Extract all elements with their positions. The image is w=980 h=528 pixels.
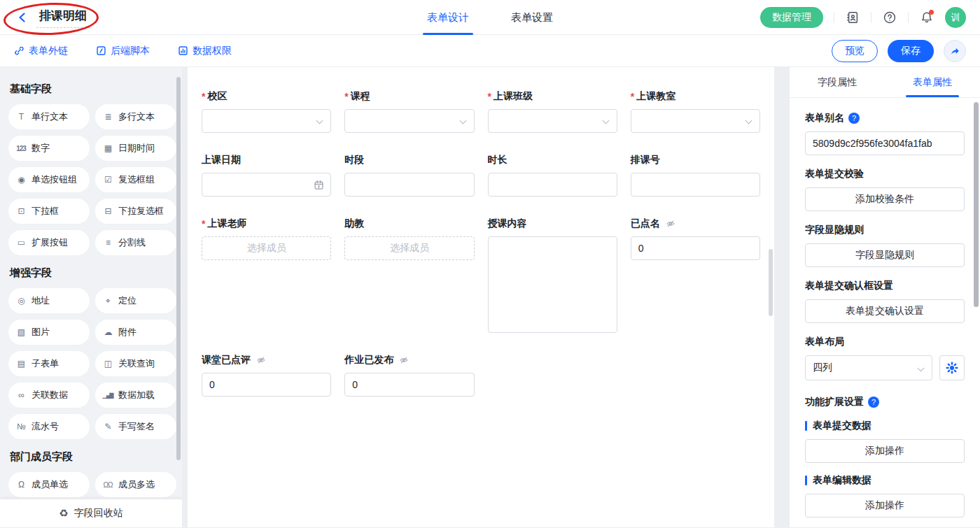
- field-item-relation-data[interactable]: ∞关联数据: [8, 383, 90, 408]
- homework-published-input[interactable]: [344, 373, 474, 397]
- field-item-subform[interactable]: ▤子表单: [8, 351, 90, 376]
- backend-script-action[interactable]: 后端脚本: [96, 45, 150, 57]
- layout-settings-button[interactable]: [939, 355, 965, 380]
- form-field-homework-published[interactable]: 作业已发布: [344, 354, 474, 397]
- field-item-serial-number[interactable]: №流水号: [8, 414, 90, 439]
- field-item-member-single[interactable]: Ω成员单选: [8, 472, 90, 497]
- field-item-radio-group[interactable]: ◉单选按钮组: [8, 167, 90, 192]
- form-field-campus[interactable]: *校区: [202, 90, 331, 133]
- data-manage-button[interactable]: 数据管理: [760, 7, 823, 28]
- form-canvas: *校区 *课程 *上课班级 *上课教室 上课日期: [188, 67, 774, 527]
- course-select[interactable]: [344, 109, 474, 133]
- field-item-attachment[interactable]: ☁附件: [95, 320, 176, 345]
- form-field-duration[interactable]: 时长: [488, 154, 617, 197]
- contacts-book-icon[interactable]: [845, 10, 860, 25]
- canvas-scrollbar[interactable]: [769, 249, 773, 316]
- help-icon[interactable]: [882, 10, 897, 25]
- field-item-signature[interactable]: ✎手写签名: [95, 414, 176, 439]
- chevron-down-icon: [459, 117, 466, 124]
- back-button[interactable]: 排课明细: [17, 7, 90, 28]
- tab-form-properties[interactable]: 表单属性: [885, 67, 980, 97]
- checkbox-icon: ☑: [102, 175, 114, 185]
- class-select[interactable]: [488, 109, 617, 133]
- eye-off-icon: [399, 355, 409, 365]
- class-date-input[interactable]: [202, 173, 331, 197]
- recycle-icon: ♻: [59, 507, 68, 520]
- required-mark: *: [344, 91, 348, 102]
- submit-data-label: 表单提交数据: [805, 420, 965, 432]
- field-item-number[interactable]: 123数字: [8, 136, 90, 161]
- form-field-class-reviewed[interactable]: 课堂已点评: [202, 354, 331, 397]
- eye-off-icon: [256, 355, 266, 365]
- help-icon[interactable]: ?: [848, 113, 860, 124]
- tab-field-properties[interactable]: 字段属性: [790, 67, 885, 97]
- avatar[interactable]: 训: [945, 7, 966, 28]
- number-icon: 123: [15, 145, 27, 152]
- field-item-locate[interactable]: ⌖定位: [95, 288, 176, 313]
- field-item-multi-text[interactable]: ≣多行文本: [95, 104, 176, 129]
- submit-confirm-button[interactable]: 表单提交确认设置: [805, 299, 965, 323]
- field-item-dropdown[interactable]: ⊡下拉框: [8, 199, 90, 224]
- notification-dot: [929, 10, 934, 15]
- notification-bell-icon[interactable]: [919, 10, 934, 25]
- rollcall-count-input[interactable]: [631, 236, 760, 260]
- submit-data-add-action-button[interactable]: 添加操作: [805, 439, 965, 463]
- external-link-action[interactable]: 表单外链: [14, 45, 68, 57]
- field-item-extend-button[interactable]: ▭扩展按钮: [8, 230, 90, 255]
- form-field-time-slot[interactable]: 时段: [344, 154, 474, 197]
- schedule-no-input[interactable]: [631, 173, 760, 197]
- field-item-address[interactable]: ◎地址: [8, 288, 90, 313]
- section-bar: [805, 421, 807, 431]
- class-reviewed-input[interactable]: [202, 373, 331, 397]
- form-alias-input[interactable]: [805, 131, 965, 155]
- field-item-image[interactable]: ▧图片: [8, 320, 90, 345]
- data-permission-action[interactable]: 数据权限: [178, 45, 232, 57]
- field-item-datetime[interactable]: ▦日期时间: [95, 136, 176, 161]
- field-item-divider-line[interactable]: ≡分割线: [95, 230, 176, 255]
- teacher-member-picker[interactable]: 选择成员: [202, 236, 331, 260]
- relation-data-icon: ∞: [15, 390, 27, 400]
- field-recycle-bin[interactable]: ♻ 字段回收站: [0, 499, 182, 527]
- locate-icon: ⌖: [102, 296, 114, 306]
- save-button[interactable]: 保存: [888, 40, 934, 62]
- duration-input[interactable]: [488, 173, 617, 197]
- sidebar-scrollbar[interactable]: [176, 77, 181, 460]
- help-icon[interactable]: ?: [868, 397, 879, 408]
- header-actions: 数据管理 训: [760, 7, 980, 28]
- time-slot-input[interactable]: [344, 173, 474, 197]
- layout-select[interactable]: 四列: [805, 355, 932, 380]
- radio-icon: ◉: [15, 175, 27, 185]
- tab-form-design[interactable]: 表单设计: [427, 0, 469, 35]
- edit-data-add-action-button[interactable]: 添加操作: [805, 494, 965, 518]
- form-field-class-date[interactable]: 上课日期: [202, 154, 331, 197]
- form-field-teacher[interactable]: *上课老师 选择成员: [202, 217, 331, 260]
- preview-button[interactable]: 预览: [832, 40, 878, 62]
- share-button[interactable]: [944, 40, 966, 62]
- field-library-sidebar: 基础字段 T单行文本 ≣多行文本 123数字 ▦日期时间 ◉单选按钮组 ☑复选框…: [0, 67, 182, 527]
- divider: [834, 12, 834, 23]
- form-field-assistant[interactable]: 助教 选择成员: [344, 217, 474, 260]
- tab-form-settings[interactable]: 表单设置: [511, 0, 553, 35]
- field-item-multi-dropdown[interactable]: ⊟下拉复选框: [95, 199, 176, 224]
- form-field-lesson-content[interactable]: 授课内容: [488, 217, 617, 333]
- divider: [871, 12, 872, 23]
- form-field-class[interactable]: *上课班级: [488, 90, 617, 133]
- address-pin-icon: ◎: [15, 296, 27, 306]
- field-visibility-button[interactable]: 字段显隐规则: [805, 243, 965, 267]
- campus-select[interactable]: [202, 109, 331, 133]
- add-validation-button[interactable]: 添加校验条件: [805, 187, 965, 211]
- panel-scrollbar[interactable]: [974, 102, 979, 307]
- form-field-rollcall-done[interactable]: 已点名: [631, 217, 760, 260]
- assistant-member-picker[interactable]: 选择成员: [344, 236, 474, 260]
- field-item-single-text[interactable]: T单行文本: [8, 104, 90, 129]
- field-item-data-load[interactable]: ▁▄▇数据加载: [95, 383, 176, 408]
- classroom-select[interactable]: [631, 109, 760, 133]
- field-item-relation-query[interactable]: ◫关联查询: [95, 351, 176, 376]
- people-icon: ΩΩ: [102, 481, 114, 489]
- form-field-course[interactable]: *课程: [344, 90, 474, 133]
- lesson-content-textarea[interactable]: [488, 236, 617, 333]
- field-item-checkbox-group[interactable]: ☑复选框组: [95, 167, 176, 192]
- field-item-member-multi[interactable]: ΩΩ成员多选: [95, 472, 176, 497]
- form-field-classroom[interactable]: *上课教室: [631, 90, 760, 133]
- form-field-schedule-no[interactable]: 排课号: [631, 154, 760, 197]
